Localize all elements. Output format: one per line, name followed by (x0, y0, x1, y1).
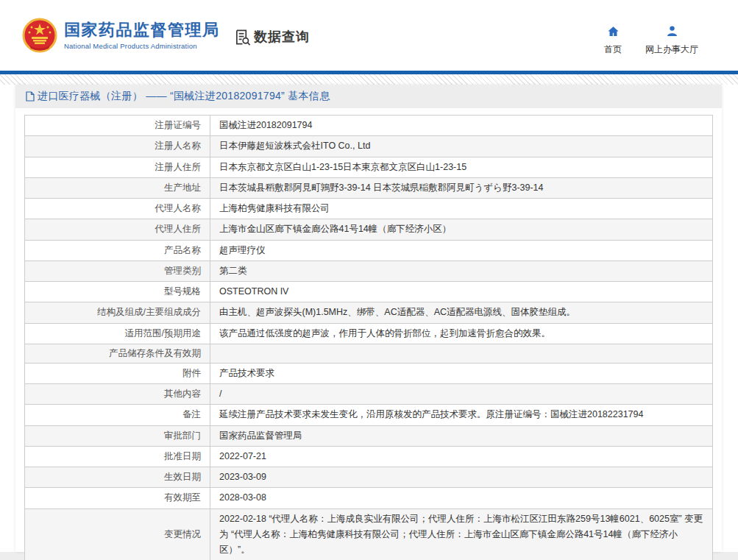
row-label: 产品名称 (25, 241, 210, 260)
national-emblem-icon (22, 18, 57, 53)
row-label: 代理人住所 (25, 219, 210, 239)
registration-info-table: 注册证编号国械注进20182091794 注册人名称日本伊藤超短波株式会社ITO… (24, 115, 713, 560)
row-label: 注册人住所 (25, 157, 210, 177)
row-label: 附件 (25, 364, 210, 383)
data-query-label: 数据查询 (254, 28, 310, 46)
data-query-icon (234, 29, 251, 46)
row-value: 上海柏隽健康科技有限公司 (210, 199, 712, 219)
row-value: 超声理疗仪 (210, 241, 712, 260)
row-label: 产品储存条件及有效期 (25, 344, 210, 363)
row-label: 生效日期 (25, 467, 210, 487)
row-value: 该产品通过低强度的超声波，作用于人体的骨折部位，起到加速骨折愈合的效果。 (210, 324, 712, 344)
table-row: 有效期至2028-03-08 (25, 488, 712, 508)
home-icon (607, 25, 620, 38)
site-header: 国家药品监督管理局 National Medical Products Admi… (0, 0, 738, 71)
row-label: 适用范围/预期用途 (25, 324, 210, 344)
row-value: 2023-03-09 (210, 467, 712, 487)
table-row: 代理人名称上海柏隽健康科技有限公司 (25, 199, 712, 219)
row-value: 日本茨城县稻敷郡阿見町鶉野3-39-14 日本茨城県稲敷郡阿見町うずら野3-39… (210, 178, 712, 198)
table-row: 生效日期2023-03-09 (25, 467, 712, 488)
site-title: 国家药品监督管理局 (64, 21, 220, 40)
row-value: 延续注册产品技术要求未发生变化，沿用原核发的产品技术要求。原注册证编号：国械注进… (210, 405, 712, 425)
row-label: 型号规格 (25, 282, 210, 302)
row-label: 备注 (25, 405, 210, 425)
row-label: 变更情况 (25, 509, 210, 560)
row-value: 国械注进20182091794 (210, 116, 712, 135)
row-label: 注册人名称 (25, 136, 210, 156)
table-row: 备注延续注册产品技术要求未发生变化，沿用原核发的产品技术要求。原注册证编号：国械… (25, 405, 712, 425)
site-logo[interactable]: 国家药品监督管理局 National Medical Products Admi… (22, 18, 220, 53)
site-subtitle: National Medical Products Administration (64, 42, 220, 50)
row-label: 有效期至 (25, 488, 210, 508)
row-value: 2028-03-08 (210, 488, 712, 508)
row-value: 由主机、超声波探头(M)1.5MHz、绑带、AC适配器、AC适配器电源线、固体胶… (210, 302, 712, 322)
table-row: 型号规格OSTEOTRON IV (25, 282, 712, 302)
table-row: 附件产品技术要求 (25, 364, 712, 384)
row-value: 日本东京都文京区白山1-23-15日本東京都文京区白山1-23-15 (210, 157, 712, 177)
table-row: 产品储存条件及有效期 (25, 344, 712, 364)
row-value: 第二类 (210, 261, 712, 281)
nav-home-label: 首页 (598, 43, 628, 56)
row-value: 上海市金山区廊下镇金廊公路41号14幢（廊下经济小区） (210, 219, 712, 239)
person-icon (666, 25, 678, 38)
table-row: 注册证编号国械注进20182091794 (25, 116, 712, 136)
row-label: 生产地址 (25, 178, 210, 198)
table-row: 产品名称超声理疗仪 (25, 241, 712, 261)
table-row: 注册人住所日本东京都文京区白山1-23-15日本東京都文京区白山1-23-15 (25, 157, 712, 178)
document-icon (26, 91, 35, 102)
decorative-hatch-strip (0, 74, 738, 85)
row-label: 结构及组成/主要组成成分 (25, 302, 210, 322)
table-row: 批准日期2022-07-21 (25, 447, 712, 467)
row-label: 其他内容 (25, 384, 210, 404)
table-row: 其他内容/ (25, 384, 712, 405)
row-label: 批准日期 (25, 447, 210, 467)
table-row: 注册人名称日本伊藤超短波株式会社ITO Co., Ltd (25, 136, 712, 157)
table-row: 变更情况2022-02-18 “代理人名称：上海成良实业有限公司；代理人住所：上… (25, 509, 712, 560)
row-value (210, 344, 712, 363)
row-value: OSTEOTRON IV (210, 282, 712, 302)
row-value: 2022-02-18 “代理人名称：上海成良实业有限公司；代理人住所：上海市松江… (210, 509, 712, 560)
table-row: 管理类别第二类 (25, 261, 712, 282)
data-query-tab[interactable]: 数据查询 (234, 28, 310, 46)
nav-home[interactable]: 首页 (598, 25, 628, 56)
table-row: 结构及组成/主要组成成分由主机、超声波探头(M)1.5MHz、绑带、AC适配器、… (25, 302, 712, 323)
table-row: 审批部门国家药品监督管理局 (25, 426, 712, 447)
row-label: 管理类别 (25, 261, 210, 281)
table-row: 适用范围/预期用途该产品通过低强度的超声波，作用于人体的骨折部位，起到加速骨折愈… (25, 324, 712, 344)
row-label: 注册证编号 (25, 116, 210, 135)
nav-online-hall-label: 网上办事大厅 (642, 43, 702, 56)
row-value: 2022-07-21 (210, 447, 712, 467)
page-title: 进口医疗器械（注册） —— “国械注进20182091794” 基本信息 (38, 90, 330, 103)
card-title-bar: 进口医疗器械（注册） —— “国械注进20182091794” 基本信息 (15, 85, 722, 108)
row-value: / (210, 384, 712, 404)
row-value: 日本伊藤超短波株式会社ITO Co., Ltd (210, 136, 712, 156)
row-label: 代理人名称 (25, 199, 210, 219)
nav-online-hall[interactable]: 网上办事大厅 (642, 25, 702, 56)
content-card: 进口医疗器械（注册） —— “国械注进20182091794” 基本信息 注册证… (15, 85, 722, 552)
table-row: 生产地址日本茨城县稻敷郡阿見町鶉野3-39-14 日本茨城県稲敷郡阿見町うずら野… (25, 178, 712, 199)
row-value: 国家药品监督管理局 (210, 426, 712, 446)
table-row: 代理人住所上海市金山区廊下镇金廊公路41号14幢（廊下经济小区） (25, 219, 712, 240)
row-value: 产品技术要求 (210, 364, 712, 383)
row-label: 审批部门 (25, 426, 210, 446)
